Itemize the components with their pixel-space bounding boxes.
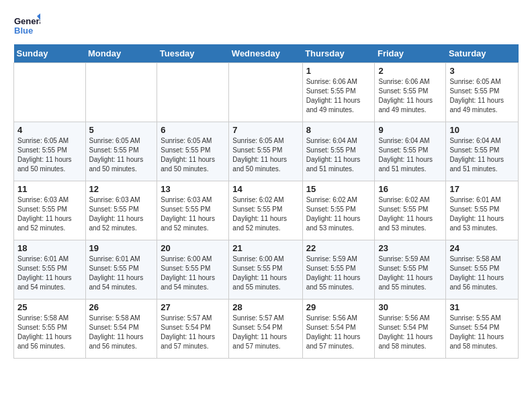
day-cell: 7Sunrise: 6:05 AM Sunset: 5:55 PM Daylig…	[229, 122, 302, 181]
day-detail: Sunrise: 6:03 AM Sunset: 5:55 PM Dayligh…	[161, 195, 225, 233]
day-detail: Sunrise: 6:05 AM Sunset: 5:55 PM Dayligh…	[17, 136, 82, 174]
day-number: 24	[449, 243, 515, 253]
day-number: 5	[89, 125, 154, 135]
day-detail: Sunrise: 6:05 AM Sunset: 5:55 PM Dayligh…	[232, 136, 298, 174]
day-number: 17	[449, 184, 515, 194]
header-cell-friday: Friday	[375, 44, 446, 63]
day-cell: 17Sunrise: 6:01 AM Sunset: 5:55 PM Dayli…	[446, 181, 519, 240]
day-cell: 30Sunrise: 5:56 AM Sunset: 5:54 PM Dayli…	[375, 300, 446, 359]
day-number: 16	[378, 184, 442, 194]
header-row: SundayMondayTuesdayWednesdayThursdayFrid…	[14, 44, 519, 63]
day-detail: Sunrise: 6:05 AM Sunset: 5:55 PM Dayligh…	[161, 136, 225, 174]
day-detail: Sunrise: 5:57 AM Sunset: 5:54 PM Dayligh…	[161, 314, 225, 351]
day-cell: 25Sunrise: 5:58 AM Sunset: 5:55 PM Dayli…	[14, 300, 86, 359]
day-cell: 5Sunrise: 6:05 AM Sunset: 5:55 PM Daylig…	[85, 122, 157, 181]
day-detail: Sunrise: 6:02 AM Sunset: 5:55 PM Dayligh…	[378, 195, 442, 233]
header-cell-monday: Monday	[85, 44, 157, 63]
day-number: 26	[89, 302, 154, 312]
logo-svg: General Blue	[13, 13, 40, 40]
day-detail: Sunrise: 6:05 AM Sunset: 5:55 PM Dayligh…	[449, 77, 515, 115]
day-cell: 1Sunrise: 6:06 AM Sunset: 5:55 PM Daylig…	[302, 63, 375, 122]
day-cell	[85, 63, 157, 122]
day-number: 18	[17, 243, 82, 253]
day-detail: Sunrise: 5:55 AM Sunset: 5:54 PM Dayligh…	[449, 314, 515, 351]
day-detail: Sunrise: 6:04 AM Sunset: 5:55 PM Dayligh…	[306, 136, 371, 174]
day-cell: 15Sunrise: 6:02 AM Sunset: 5:55 PM Dayli…	[302, 181, 375, 240]
day-number: 14	[232, 184, 298, 194]
day-cell: 19Sunrise: 6:01 AM Sunset: 5:55 PM Dayli…	[85, 240, 157, 300]
day-cell: 16Sunrise: 6:02 AM Sunset: 5:55 PM Dayli…	[375, 181, 446, 240]
day-detail: Sunrise: 6:02 AM Sunset: 5:55 PM Dayligh…	[232, 195, 298, 233]
day-detail: Sunrise: 6:04 AM Sunset: 5:55 PM Dayligh…	[449, 136, 515, 174]
day-cell: 12Sunrise: 6:03 AM Sunset: 5:55 PM Dayli…	[85, 181, 157, 240]
day-number: 28	[232, 302, 298, 312]
week-row-4: 18Sunrise: 6:01 AM Sunset: 5:55 PM Dayli…	[14, 240, 519, 300]
day-cell: 18Sunrise: 6:01 AM Sunset: 5:55 PM Dayli…	[14, 240, 86, 300]
day-cell	[14, 63, 86, 122]
day-detail: Sunrise: 5:59 AM Sunset: 5:55 PM Dayligh…	[306, 255, 371, 292]
calendar-header: SundayMondayTuesdayWednesdayThursdayFrid…	[14, 44, 519, 63]
day-number: 30	[378, 302, 442, 312]
header-cell-wednesday: Wednesday	[229, 44, 302, 63]
day-detail: Sunrise: 6:00 AM Sunset: 5:55 PM Dayligh…	[161, 255, 225, 292]
day-number: 29	[306, 302, 371, 312]
week-row-3: 11Sunrise: 6:03 AM Sunset: 5:55 PM Dayli…	[14, 181, 519, 240]
day-detail: Sunrise: 6:03 AM Sunset: 5:55 PM Dayligh…	[17, 195, 82, 233]
day-detail: Sunrise: 5:58 AM Sunset: 5:54 PM Dayligh…	[89, 314, 154, 351]
day-cell: 29Sunrise: 5:56 AM Sunset: 5:54 PM Dayli…	[302, 300, 375, 359]
day-number: 2	[378, 66, 442, 76]
day-cell: 6Sunrise: 6:05 AM Sunset: 5:55 PM Daylig…	[157, 122, 229, 181]
day-number: 13	[161, 184, 225, 194]
header-cell-tuesday: Tuesday	[157, 44, 229, 63]
day-number: 19	[89, 243, 154, 253]
day-number: 1	[306, 66, 371, 76]
header-cell-sunday: Sunday	[14, 44, 86, 63]
day-number: 3	[449, 66, 515, 76]
day-number: 20	[161, 243, 225, 253]
day-cell: 2Sunrise: 6:06 AM Sunset: 5:55 PM Daylig…	[375, 63, 446, 122]
day-number: 4	[17, 125, 82, 135]
day-detail: Sunrise: 5:56 AM Sunset: 5:54 PM Dayligh…	[378, 314, 442, 351]
day-detail: Sunrise: 5:58 AM Sunset: 5:55 PM Dayligh…	[449, 255, 515, 292]
day-cell: 9Sunrise: 6:04 AM Sunset: 5:55 PM Daylig…	[375, 122, 446, 181]
week-row-1: 1Sunrise: 6:06 AM Sunset: 5:55 PM Daylig…	[14, 63, 519, 122]
day-detail: Sunrise: 6:02 AM Sunset: 5:55 PM Dayligh…	[306, 195, 371, 233]
day-detail: Sunrise: 6:01 AM Sunset: 5:55 PM Dayligh…	[449, 195, 515, 233]
svg-text:General: General	[14, 16, 40, 26]
day-cell: 20Sunrise: 6:00 AM Sunset: 5:55 PM Dayli…	[157, 240, 229, 300]
day-detail: Sunrise: 5:58 AM Sunset: 5:55 PM Dayligh…	[17, 314, 82, 351]
day-number: 21	[232, 243, 298, 253]
day-number: 12	[89, 184, 154, 194]
day-cell: 28Sunrise: 5:57 AM Sunset: 5:54 PM Dayli…	[229, 300, 302, 359]
day-number: 6	[161, 125, 225, 135]
svg-text:Blue: Blue	[14, 26, 33, 36]
day-number: 11	[17, 184, 82, 194]
day-cell: 11Sunrise: 6:03 AM Sunset: 5:55 PM Dayli…	[14, 181, 86, 240]
day-cell: 13Sunrise: 6:03 AM Sunset: 5:55 PM Dayli…	[157, 181, 229, 240]
day-cell: 31Sunrise: 5:55 AM Sunset: 5:54 PM Dayli…	[446, 300, 519, 359]
day-cell: 21Sunrise: 6:00 AM Sunset: 5:55 PM Dayli…	[229, 240, 302, 300]
day-cell: 26Sunrise: 5:58 AM Sunset: 5:54 PM Dayli…	[85, 300, 157, 359]
day-cell: 4Sunrise: 6:05 AM Sunset: 5:55 PM Daylig…	[14, 122, 86, 181]
day-detail: Sunrise: 6:01 AM Sunset: 5:55 PM Dayligh…	[17, 255, 82, 292]
day-number: 8	[306, 125, 371, 135]
day-cell	[229, 63, 302, 122]
header-cell-thursday: Thursday	[302, 44, 375, 63]
day-cell: 10Sunrise: 6:04 AM Sunset: 5:55 PM Dayli…	[446, 122, 519, 181]
week-row-2: 4Sunrise: 6:05 AM Sunset: 5:55 PM Daylig…	[14, 122, 519, 181]
day-cell: 22Sunrise: 5:59 AM Sunset: 5:55 PM Dayli…	[302, 240, 375, 300]
day-cell: 8Sunrise: 6:04 AM Sunset: 5:55 PM Daylig…	[302, 122, 375, 181]
calendar-body: 1Sunrise: 6:06 AM Sunset: 5:55 PM Daylig…	[14, 63, 519, 359]
day-detail: Sunrise: 5:59 AM Sunset: 5:55 PM Dayligh…	[378, 255, 442, 292]
day-number: 22	[306, 243, 371, 253]
day-detail: Sunrise: 6:06 AM Sunset: 5:55 PM Dayligh…	[306, 77, 371, 115]
day-cell: 24Sunrise: 5:58 AM Sunset: 5:55 PM Dayli…	[446, 240, 519, 300]
day-detail: Sunrise: 6:06 AM Sunset: 5:55 PM Dayligh…	[378, 77, 442, 115]
page-header: General Blue	[13, 13, 519, 38]
day-number: 15	[306, 184, 371, 194]
day-number: 23	[378, 243, 442, 253]
day-cell: 23Sunrise: 5:59 AM Sunset: 5:55 PM Dayli…	[375, 240, 446, 300]
logo: General Blue	[13, 13, 38, 38]
day-number: 27	[161, 302, 225, 312]
header-cell-saturday: Saturday	[446, 44, 519, 63]
